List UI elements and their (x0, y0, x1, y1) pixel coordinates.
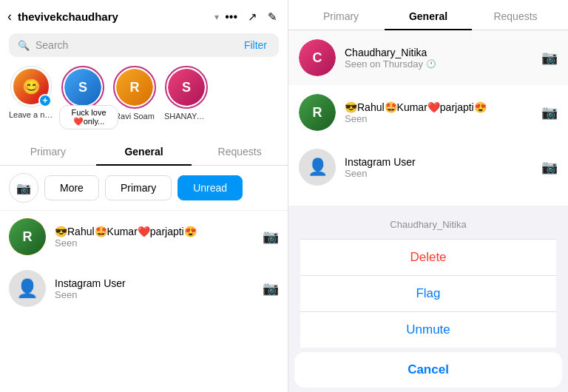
msg-avatar-rahul: R (9, 218, 46, 255)
tab-general-right[interactable]: General (385, 0, 472, 30)
right-msg-status-rahul: Seen (345, 113, 532, 124)
tab-primary-left[interactable]: Primary (0, 138, 96, 165)
context-unmute-button[interactable]: Unmute (300, 312, 556, 348)
message-item-rahul[interactable]: R 😎Rahul🤩Kumar❤️parjapti😍 Seen 📷 (0, 211, 288, 263)
plus-badge: + (38, 94, 52, 107)
stories-row: 😊 + Leave a note S 🦋❤️shivkan... R Ravi (0, 63, 288, 127)
right-msg-camera-iguser[interactable]: 📷 (541, 159, 558, 175)
more-options-icon[interactable]: ••• (225, 10, 237, 24)
msg-status-iguser: Seen (55, 289, 254, 300)
msg-name-rahul: 😎Rahul🤩Kumar❤️parjapti😍 (55, 226, 254, 237)
right-msg-status-nitika: Seen on Thursday 🕐 (345, 58, 532, 70)
story-item-ravi[interactable]: R Ravi Soam (112, 66, 157, 121)
header-icons: ••• ↗ ✎ (225, 10, 277, 24)
right-msg-item-rahul[interactable]: R 😎Rahul🤩Kumar❤️parjapti😍 Seen 📷 (288, 85, 568, 140)
story-avatar-shanaya: S (168, 69, 205, 106)
person-silhouette-icon: 👤 (16, 278, 38, 299)
story-label-shanaya: SHANAYA S (164, 112, 209, 121)
right-msg-info-rahul: 😎Rahul🤩Kumar❤️parjapti😍 Seen (345, 101, 532, 124)
back-button[interactable]: ‹ (7, 9, 12, 24)
action-row: 📷 More Primary Unread (0, 166, 288, 211)
msg-camera-icon-iguser[interactable]: 📷 (263, 280, 279, 297)
person-silhouette-right-icon: 👤 (308, 158, 328, 177)
search-input[interactable]: Search (36, 39, 238, 51)
story-label-note: Leave a note (9, 110, 53, 119)
nitika-avatar-face: C (299, 39, 336, 76)
right-msg-status-iguser: Seen (345, 168, 532, 179)
right-msg-name-iguser: Instagram User (345, 156, 532, 168)
context-menu-title: Chaudhary_Nitika (300, 210, 556, 240)
right-msg-camera-rahul[interactable]: 📷 (541, 104, 558, 121)
header: ‹ thevivekchaudhary ▾ ••• ↗ ✎ (0, 0, 288, 30)
right-message-list: C Chaudhary_Nitika Seen on Thursday 🕐 📷 … (288, 30, 568, 206)
right-msg-avatar-nitika: C (299, 39, 336, 76)
right-msg-item-nitika[interactable]: C Chaudhary_Nitika Seen on Thursday 🕐 📷 (288, 30, 568, 85)
left-panel: ‹ thevivekchaudhary ▾ ••• ↗ ✎ 🔍 Search F… (0, 0, 288, 392)
left-message-list: R 😎Rahul🤩Kumar❤️parjapti😍 Seen 📷 👤 Insta… (0, 211, 288, 392)
tab-general-left[interactable]: General (96, 138, 192, 165)
msg-name-iguser: Instagram User (55, 277, 254, 289)
external-link-icon[interactable]: ↗ (248, 10, 257, 24)
story-avatar-shivkan: S (64, 69, 101, 106)
add-note-avatar[interactable]: 😊 + (10, 66, 52, 107)
search-icon: 🔍 (18, 40, 30, 51)
tab-requests-left[interactable]: Requests (192, 138, 288, 165)
msg-status-rahul: Seen (55, 237, 254, 249)
rahul-avatar-face: R (9, 218, 46, 255)
msg-info-iguser: Instagram User Seen (55, 277, 254, 300)
right-msg-avatar-iguser: 👤 (299, 149, 336, 186)
more-button[interactable]: More (44, 175, 99, 200)
right-msg-avatar-rahul: R (299, 94, 336, 131)
primary-button[interactable]: Primary (105, 175, 172, 200)
context-cancel-button[interactable]: Cancel (294, 352, 562, 388)
tab-primary-right[interactable]: Primary (297, 0, 385, 30)
msg-info-rahul: 😎Rahul🤩Kumar❤️parjapti😍 Seen (55, 226, 254, 249)
camera-button[interactable]: 📷 (9, 173, 38, 203)
right-tabs: Primary General Requests (288, 0, 568, 30)
filter-button[interactable]: Filter (244, 39, 270, 51)
right-msg-info-nitika: Chaudhary_Nitika Seen on Thursday 🕐 (345, 47, 532, 70)
msg-avatar-iguser: 👤 (9, 270, 46, 307)
right-msg-item-iguser[interactable]: 👤 Instagram User Seen 📷 (288, 140, 568, 195)
camera-icon: 📷 (16, 181, 31, 195)
avatar-face: S (64, 69, 101, 106)
story-avatar-ravi: R (116, 69, 153, 106)
username-label: thevivekchaudhary (18, 10, 209, 23)
right-panel: Primary General Requests C Chaudhary_Nit… (288, 0, 568, 392)
avatar-face-shanaya: S (168, 69, 205, 106)
msg-camera-icon-rahul[interactable]: 📷 (263, 229, 279, 245)
search-bar: 🔍 Search Filter (9, 33, 279, 57)
message-item-iguser[interactable]: 👤 Instagram User Seen 📷 (0, 263, 288, 314)
story-note-overlay: Fuck love ❤️only... (59, 105, 118, 129)
left-tabs: Primary General Requests (0, 138, 288, 166)
story-label-ravi: Ravi Soam (115, 112, 155, 121)
avatar-face-ravi: R (116, 69, 153, 106)
compose-icon[interactable]: ✎ (268, 10, 277, 24)
right-msg-name-nitika: Chaudhary_Nitika (345, 47, 532, 58)
leave-note-story[interactable]: 😊 + Leave a note (9, 66, 53, 121)
clock-icon: 🕐 (426, 59, 436, 69)
story-item-shanaya[interactable]: S SHANAYA S (164, 66, 209, 121)
unread-button[interactable]: Unread (178, 175, 243, 200)
right-msg-name-rahul: 😎Rahul🤩Kumar❤️parjapti😍 (345, 101, 532, 113)
rahul-right-avatar-face: R (299, 94, 336, 131)
context-menu-container: Chaudhary_Nitika Delete Flag Unmute Canc… (288, 206, 568, 392)
context-delete-button[interactable]: Delete (300, 240, 556, 276)
dropdown-icon[interactable]: ▾ (214, 12, 219, 22)
right-msg-camera-nitika[interactable]: 📷 (541, 50, 558, 66)
tab-requests-right[interactable]: Requests (472, 0, 559, 30)
context-menu: Chaudhary_Nitika Delete Flag Unmute (300, 210, 556, 348)
right-msg-info-iguser: Instagram User Seen (345, 156, 532, 179)
context-flag-button[interactable]: Flag (300, 276, 556, 312)
